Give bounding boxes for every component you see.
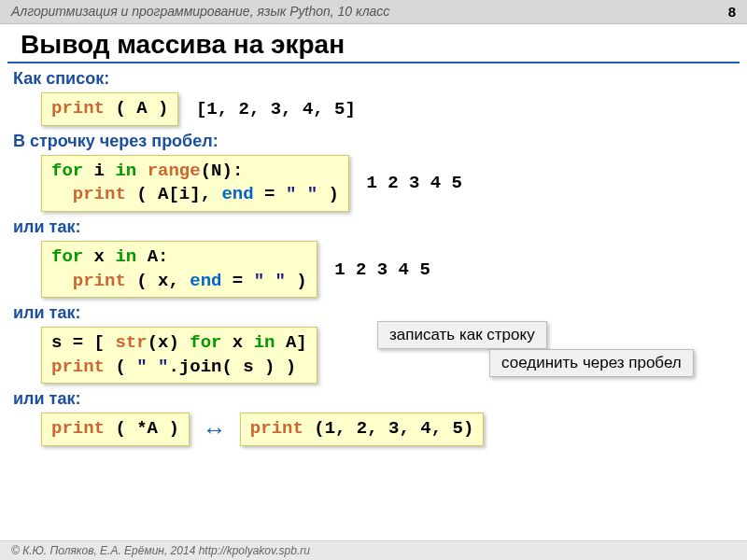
content: Как список: print ( A ) [1, 2, 3, 4, 5] …: [0, 69, 747, 446]
output-1: [1, 2, 3, 4, 5]: [196, 99, 356, 119]
code-block-4: s = [ str(x) for x in A] print ( " ".joi…: [41, 327, 317, 384]
label-as-list: Как список:: [13, 69, 734, 89]
label-or-3: или так:: [13, 389, 734, 409]
code-block-3: for x in A: print ( x, end = " " ): [41, 241, 317, 298]
row-4: s = [ str(x) for x in A] print ( " ".joi…: [41, 327, 734, 384]
row-1: print ( A ) [1, 2, 3, 4, 5]: [41, 92, 734, 126]
row-5: print ( *A ) ↔ print (1, 2, 3, 4, 5): [41, 413, 734, 446]
code-block-5: print ( *A ): [41, 413, 190, 446]
arrow-icon: ↔: [203, 415, 227, 444]
output-2: 1 2 3 4 5: [366, 173, 462, 193]
label-or-1: или так:: [13, 217, 734, 237]
callout-join-space: соединить через пробел: [489, 349, 694, 377]
slide-header: Алгоритмизация и программирование, язык …: [0, 0, 747, 24]
code-block-6: print (1, 2, 3, 4, 5): [240, 413, 484, 446]
row-2: for i in range(N): print ( A[i], end = "…: [41, 155, 734, 212]
code-block-2: for i in range(N): print ( A[i], end = "…: [41, 155, 349, 212]
page-number: 8: [728, 4, 736, 20]
row-3: for x in A: print ( x, end = " " ) 1 2 3…: [41, 241, 734, 298]
label-as-line: В строчку через пробел:: [13, 132, 734, 151]
page-title: Вывод массива на экран: [7, 24, 740, 63]
output-3: 1 2 3 4 5: [334, 259, 430, 280]
breadcrumb: Алгоритмизация и программирование, язык …: [11, 4, 389, 20]
code-block-1: print ( A ): [41, 92, 178, 126]
callout-as-string: записать как строку: [377, 321, 547, 349]
footer: © К.Ю. Поляков, Е.А. Ерёмин, 2014 http:/…: [0, 540, 747, 560]
label-or-2: или так:: [13, 303, 734, 323]
